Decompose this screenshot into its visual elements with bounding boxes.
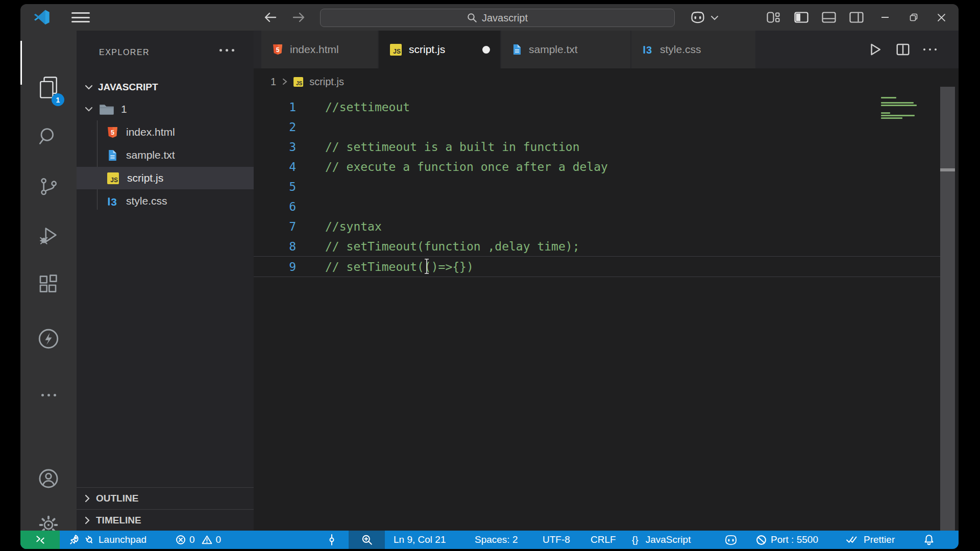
minimize-button[interactable]	[879, 11, 891, 23]
close-button[interactable]	[935, 11, 947, 23]
split-editor-icon[interactable]	[895, 42, 911, 57]
explorer-title: EXPLORER	[99, 48, 150, 57]
rocket-icon	[69, 534, 80, 545]
line-number: 4	[254, 160, 296, 173]
copilot-icon[interactable]	[690, 11, 705, 23]
line-text: // settimeout is a built in function	[325, 140, 580, 154]
minimap[interactable]	[881, 97, 919, 120]
warning-icon	[202, 535, 212, 545]
run-debug-icon[interactable]	[20, 219, 77, 252]
remote-indicator[interactable]	[20, 531, 60, 549]
tree-folder-row[interactable]: 1	[77, 98, 254, 120]
breadcrumb-folder[interactable]: 1	[271, 76, 276, 88]
run-file-icon[interactable]	[868, 42, 883, 57]
accounts-icon[interactable]	[20, 462, 77, 495]
tree-file-script-js[interactable]: JS script.js	[77, 167, 254, 189]
tab-sample-txt[interactable]: sample.txt	[501, 31, 630, 68]
encoding-item[interactable]: UTF-8	[543, 531, 570, 549]
code-line[interactable]: 4// execute a function once after a dela…	[254, 157, 940, 177]
toggle-secondary-sidebar-icon[interactable]	[849, 11, 864, 23]
code-editor[interactable]: 1//settimeout 2 3// settimeout is a buil…	[254, 95, 940, 531]
customize-layout-icon[interactable]	[767, 11, 780, 23]
tree-file-index-html[interactable]: 5 index.html	[77, 121, 254, 143]
thunder-client-icon[interactable]	[20, 322, 77, 355]
tab-label: index.html	[290, 43, 339, 56]
explorer-actions-icon[interactable]	[219, 49, 234, 52]
prettier-item[interactable]: Prettier	[846, 531, 895, 549]
css-file-icon: 3	[107, 195, 118, 207]
vscode-logo-icon	[34, 9, 50, 26]
code-line[interactable]: 8// setTimeout(function ,delay time);	[254, 236, 940, 256]
code-line[interactable]: 2	[254, 117, 940, 137]
extensions-icon[interactable]	[20, 268, 77, 300]
tab-index-html[interactable]: 5 index.html	[261, 31, 378, 68]
breadcrumb-file[interactable]: script.js	[309, 76, 344, 88]
file-name: style.css	[126, 195, 167, 207]
chevron-down-icon	[85, 85, 93, 90]
code-line[interactable]: 6	[254, 196, 940, 216]
source-control-icon[interactable]	[20, 170, 77, 203]
explorer-badge: 1	[52, 93, 64, 106]
remote-icon	[35, 535, 45, 545]
toggle-primary-sidebar-icon[interactable]	[794, 11, 808, 23]
toggle-panel-icon[interactable]	[822, 11, 836, 23]
language-mode-item[interactable]: {} JavaScript	[632, 531, 691, 549]
tab-script-js[interactable]: JS script.js	[379, 31, 500, 68]
tree-file-style-css[interactable]: 3 style.css	[77, 190, 254, 212]
port-forward-item[interactable]	[327, 531, 337, 549]
css-file-icon: 3	[643, 44, 653, 55]
eol-item[interactable]: CRLF	[591, 531, 616, 549]
restore-button[interactable]	[908, 11, 920, 23]
timeline-panel-header[interactable]: TIMELINE	[77, 509, 254, 531]
tab-label: script.js	[409, 43, 445, 56]
code-line[interactable]: 5	[254, 177, 940, 196]
search-view-icon[interactable]	[20, 120, 77, 153]
double-check-icon	[846, 535, 860, 544]
unsaved-dot-icon[interactable]	[482, 46, 490, 54]
line-text: // setTimeout(()=>{})	[325, 260, 474, 273]
line-number: 9	[254, 260, 296, 273]
code-line-current[interactable]: 9// setTimeout(()=>{})	[254, 256, 940, 277]
line-number: 5	[254, 180, 296, 193]
workspace-section-header[interactable]: JAVASCRIPT	[77, 80, 254, 95]
line-text: //settimeout	[325, 101, 410, 114]
code-line[interactable]: 7//syntax	[254, 216, 940, 236]
line-number: 6	[254, 200, 296, 213]
live-server-port-item[interactable]: Port : 5500	[756, 531, 818, 549]
chevron-right-icon	[85, 516, 90, 524]
line-text: // execute a function once after a delay	[325, 160, 608, 173]
commit-port-icon	[327, 534, 337, 545]
command-center-search[interactable]: Javascript	[320, 9, 675, 27]
copilot-status-item[interactable]	[724, 531, 738, 549]
brackets-icon: {}	[632, 534, 639, 545]
code-line[interactable]: 3// settimeout is a built in function	[254, 137, 940, 157]
copilot-icon	[724, 535, 738, 545]
notifications-item[interactable]	[924, 531, 934, 549]
file-name: index.html	[126, 126, 175, 138]
more-views-icon[interactable]	[20, 379, 77, 411]
code-line[interactable]: 1//settimeout	[254, 97, 940, 117]
tree-file-sample-txt[interactable]: sample.txt	[77, 144, 254, 166]
explorer-view-icon[interactable]: 1	[20, 71, 77, 104]
editor-more-actions-icon[interactable]	[922, 42, 938, 57]
zoom-indicator[interactable]	[349, 531, 385, 549]
forward-arrow-icon[interactable]	[291, 10, 306, 24]
launchpad-item[interactable]: Launchpad	[69, 531, 146, 549]
vscode-window: Javascript 1 EXPLORER JAVASCRIPT	[20, 4, 959, 549]
tab-style-css[interactable]: 3 style.css	[631, 31, 755, 68]
editor-scrollbar[interactable]	[940, 87, 955, 531]
js-file-icon: JS	[390, 44, 402, 56]
menu-icon[interactable]	[71, 12, 90, 22]
line-number: 2	[254, 120, 296, 134]
indentation-item[interactable]: Spaces: 2	[475, 531, 518, 549]
line-text: // setTimeout(function ,delay time);	[325, 240, 580, 253]
outline-panel-header[interactable]: OUTLINE	[77, 487, 254, 509]
problems-item[interactable]: 0 0	[176, 531, 221, 549]
back-arrow-icon[interactable]	[263, 10, 278, 24]
cursor-position-item[interactable]: Ln 9, Col 21	[394, 531, 446, 549]
title-bar: Javascript	[20, 4, 959, 31]
editor-group: 5 index.html JS script.js sample.txt 3 s…	[254, 31, 959, 531]
chevron-down-icon[interactable]	[710, 15, 719, 20]
line-number: 1	[254, 101, 296, 114]
outline-label: OUTLINE	[96, 493, 138, 504]
